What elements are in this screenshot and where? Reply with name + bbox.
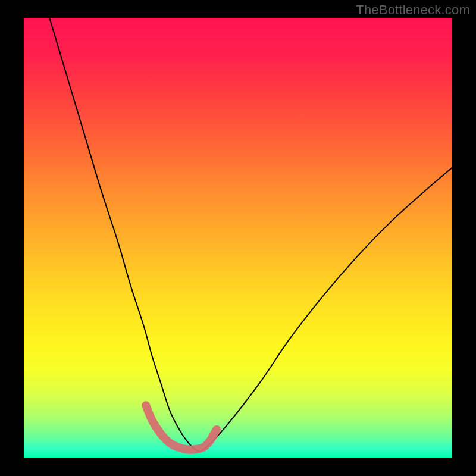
series-bottleneck-curve: [49, 18, 452, 452]
series-group: [49, 18, 452, 452]
watermark-text: TheBottleneck.com: [356, 2, 470, 18]
series-highlight-valley: [146, 405, 217, 449]
plot-area: [24, 18, 452, 458]
chart-svg: [24, 18, 452, 458]
chart-frame: TheBottleneck.com: [0, 0, 476, 476]
